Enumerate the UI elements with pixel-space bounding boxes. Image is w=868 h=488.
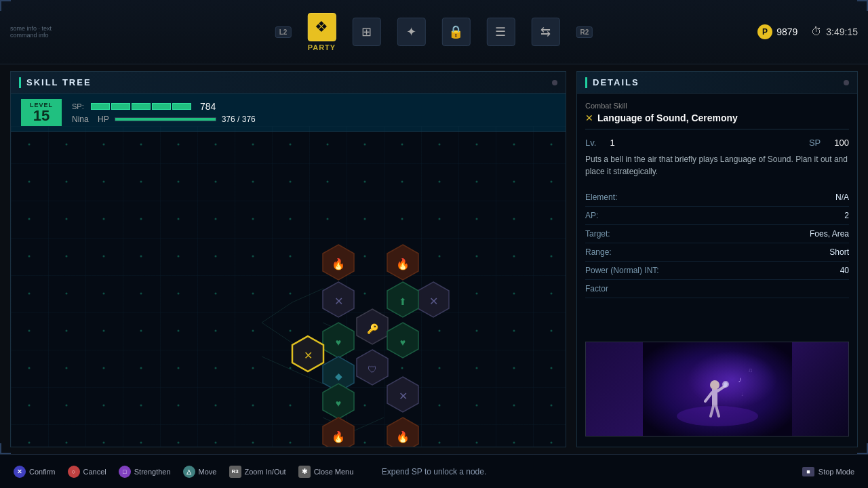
hp-values: 376 / 376 [222, 115, 256, 124]
stat-target: Target: Foes, Area [585, 225, 849, 243]
ctrl-strengthen[interactable]: □ Strengthen [119, 466, 171, 478]
list-icon-box: ☰ [486, 18, 515, 46]
move-label: Move [199, 468, 217, 476]
element-label: Element: [585, 192, 617, 202]
strengthen-label: Strengthen [134, 468, 171, 476]
svg-text:✕: ✕ [399, 390, 408, 402]
panel-close-dot [552, 80, 557, 85]
svg-text:♩: ♩ [741, 391, 744, 397]
stop-mode[interactable]: ■ Stop Mode [802, 467, 854, 476]
lv-value: 1 [610, 138, 809, 148]
skill-name: Language of Sound, Ceremony [597, 113, 738, 123]
lv-row: Lv. 1 SP 100 [585, 138, 849, 148]
corner-br [857, 443, 868, 454]
triangle-button[interactable]: △ [183, 466, 195, 478]
clock-icon: ⏱ [811, 26, 822, 38]
svg-text:✕: ✕ [304, 350, 313, 361]
svg-text:✕: ✕ [334, 296, 343, 307]
party-icon-box: ❖ [307, 13, 336, 41]
l2-badge: L2 [275, 26, 292, 38]
nav-arrows[interactable]: ⇆ [526, 14, 565, 49]
ctrl-zoom[interactable]: R3 Zoom In/Out [229, 466, 286, 478]
sp-cost-label: SP [809, 138, 821, 148]
stop-mode-button[interactable]: ■ [802, 467, 814, 476]
svg-text:⬆: ⬆ [399, 296, 407, 307]
factor-label: Factor [585, 284, 608, 293]
skill-icon: ✕ [585, 113, 593, 123]
details-title-bar-accent [585, 77, 587, 88]
range-value: Short [829, 247, 849, 257]
main-content: SKILL TREE LEVEL 15 SP: [0, 64, 868, 454]
nav-icons: L2 ❖ PARTY ⊞ ✦ 🔒 ☰ ⇆ R2 [270, 9, 598, 55]
sp-block-1 [91, 103, 110, 110]
sp-bar-area: SP: 784 Nina HP [72, 101, 256, 124]
ctrl-move[interactable]: △ Move [183, 466, 217, 478]
ap-value: 2 [844, 211, 849, 220]
info-line1: some info · text [10, 25, 92, 32]
details-close-dot [844, 80, 849, 85]
skill-type-label: Combat Skill [585, 102, 849, 110]
skill-preview: ♪ ♫ ♩ [585, 342, 849, 436]
svg-text:♫: ♫ [748, 367, 753, 373]
svg-rect-1 [11, 126, 566, 447]
nav-l2[interactable]: L2 [270, 23, 297, 41]
element-value: N/A [835, 192, 849, 202]
sp-label: SP: [72, 102, 85, 110]
o-button[interactable]: ○ [68, 466, 80, 478]
corner-bl [0, 443, 11, 454]
ctrl-confirm[interactable]: ✕ Confirm [14, 466, 56, 478]
snowflake-icon-box: ✦ [397, 18, 425, 46]
sp-value: 784 [200, 101, 216, 112]
preview-svg: ♪ ♫ ♩ [643, 342, 792, 436]
cancel-label: Cancel [83, 468, 106, 476]
party-label: PARTY [308, 43, 336, 52]
skill-tree-panel: SKILL TREE LEVEL 15 SP: [10, 71, 566, 447]
svg-text:♥: ♥ [400, 337, 406, 348]
range-label: Range: [585, 247, 612, 257]
stat-element: Element: N/A [585, 188, 849, 207]
lock-icon-box: 🔒 [441, 18, 470, 46]
r3-button[interactable]: R3 [229, 466, 241, 478]
hp-label: HP [98, 115, 109, 124]
lv-label: Lv. [585, 138, 596, 148]
nav-map[interactable]: ⊞ [347, 14, 386, 49]
stop-mode-label: Stop Mode [818, 468, 854, 476]
sp-block-3 [132, 103, 151, 110]
skill-description: Puts a bell in the air that briefly play… [585, 153, 849, 178]
nav-list[interactable]: ☰ [481, 14, 520, 49]
hp-row: Nina HP 376 / 376 [72, 115, 256, 124]
svg-text:✕: ✕ [429, 296, 438, 307]
skill-grid-svg: 🔥 🔥 ✕ ✕ ⬆ [11, 126, 566, 447]
skill-tree-header: SKILL TREE [11, 72, 566, 94]
svg-text:♪: ♪ [738, 375, 742, 384]
top-bar: some info · text command info L2 ❖ PARTY… [0, 0, 868, 64]
nav-party[interactable]: ❖ PARTY [302, 9, 341, 55]
time-value: 3:49:15 [826, 26, 858, 37]
r2-badge: R2 [576, 26, 593, 38]
x-button[interactable]: ✕ [14, 466, 26, 478]
top-left-info: some info · text command info [10, 25, 92, 39]
stat-range: Range: Short [585, 243, 849, 262]
currency-icon: P [757, 24, 772, 39]
corner-tr [857, 0, 868, 11]
power-value: 40 [840, 266, 849, 275]
stat-ap: AP: 2 [585, 207, 849, 225]
sp-cost-value: 100 [834, 138, 849, 148]
nav-snowflake[interactable]: ✦ [391, 14, 431, 49]
nav-lock[interactable]: 🔒 [436, 14, 475, 49]
svg-text:🔥: 🔥 [396, 258, 410, 270]
close-menu-button[interactable]: ✱ [298, 466, 311, 478]
skill-grid[interactable]: 🔥 🔥 ✕ ✕ ⬆ [11, 126, 566, 447]
square-button[interactable]: □ [119, 466, 131, 478]
level-box: LEVEL 15 [21, 99, 62, 126]
svg-text:♥: ♥ [336, 337, 341, 348]
power-label: Power (Normal) INT: [585, 266, 659, 275]
ctrl-close-menu[interactable]: ✱ Close Menu [298, 466, 354, 478]
sp-block-2 [111, 103, 130, 110]
svg-text:◆: ◆ [335, 371, 342, 382]
ctrl-cancel[interactable]: ○ Cancel [68, 466, 106, 478]
corner-tl [0, 0, 11, 11]
nav-r2[interactable]: R2 [570, 23, 598, 41]
details-panel: DETAILS Combat Skill ✕ Language of Sound… [576, 71, 858, 447]
level-value: 15 [26, 108, 56, 123]
